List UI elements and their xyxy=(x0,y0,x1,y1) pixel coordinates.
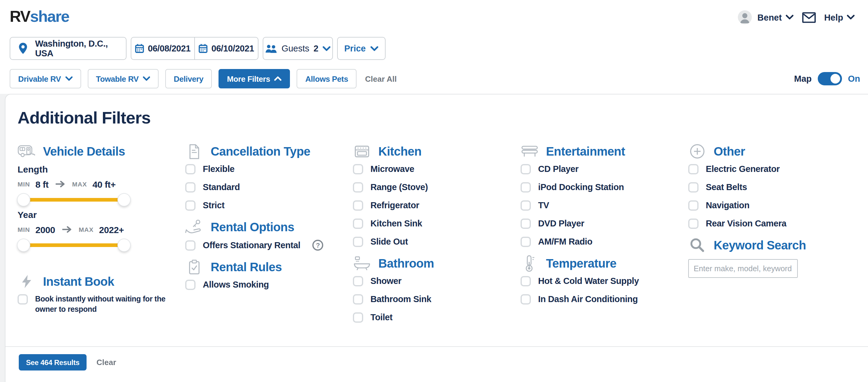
year-label: Year xyxy=(18,210,185,220)
entertainment-ipod-dock-row[interactable]: iPod Docking Station xyxy=(521,182,688,192)
checkbox[interactable] xyxy=(688,182,699,192)
user-menu[interactable]: Benet xyxy=(757,12,782,22)
document-icon xyxy=(185,143,204,160)
bathroom-sink-row[interactable]: Bathroom Sink xyxy=(353,294,521,305)
drivable-rv-label: Drivable RV xyxy=(18,74,61,83)
checkbox[interactable] xyxy=(185,182,195,192)
checkbox[interactable] xyxy=(353,200,363,211)
other-seat-belts-row[interactable]: Seat Belts xyxy=(688,182,856,192)
lightning-bolt-icon xyxy=(18,274,36,289)
checkbox[interactable] xyxy=(521,294,531,305)
checkbox[interactable] xyxy=(521,200,531,211)
cancellation-flexible-row[interactable]: Flexible xyxy=(185,164,353,174)
rental-rules-header: Rental Rules xyxy=(185,258,353,276)
entertainment-tv-row[interactable]: TV xyxy=(521,200,688,211)
location-pin-icon xyxy=(18,42,28,55)
length-range-slider[interactable] xyxy=(18,194,130,206)
towable-rv-label: Towable RV xyxy=(96,74,138,83)
checkbox[interactable] xyxy=(353,312,363,323)
checkbox[interactable] xyxy=(185,240,195,250)
entertainment-cd-player-row[interactable]: CD Player xyxy=(521,164,688,174)
allows-smoking-row[interactable]: Allows Smoking xyxy=(185,280,353,290)
bathroom-toilet-row[interactable]: Toilet xyxy=(353,312,521,323)
toggle-knob xyxy=(831,74,840,84)
cancellation-standard-row[interactable]: Standard xyxy=(185,182,353,192)
kitchen-sink-row[interactable]: Kitchen Sink xyxy=(353,219,521,229)
checkbox[interactable] xyxy=(688,200,699,211)
length-min-handle[interactable] xyxy=(18,194,30,206)
instant-book-checkbox-label: Book instantly without waiting for the o… xyxy=(35,294,185,315)
bathroom-shower-row[interactable]: Shower xyxy=(353,276,521,286)
entertainment-dvd-player-row[interactable]: DVD Player xyxy=(521,219,688,229)
other-electric-generator-row[interactable]: Electric Generator xyxy=(688,164,856,174)
year-min-handle[interactable] xyxy=(18,239,30,251)
entertainment-amfm-radio-row[interactable]: AM/FM Radio xyxy=(521,237,688,247)
more-filters-button[interactable]: More Filters xyxy=(218,69,290,88)
cancellation-type-title: Cancellation Type xyxy=(211,145,310,158)
chevron-down-icon[interactable] xyxy=(785,14,793,20)
rvshare-logo[interactable]: RVshare xyxy=(10,7,69,26)
checkbox-label: Microwave xyxy=(370,164,414,174)
kitchen-range-row[interactable]: Range (Stove) xyxy=(353,182,521,192)
kitchen-slide-out-row[interactable]: Slide Out xyxy=(353,237,521,247)
price-dropdown[interactable]: Price xyxy=(337,37,385,60)
kitchen-refrigerator-row[interactable]: Refrigerator xyxy=(353,200,521,211)
checkbox-label: In Dash Air Conditioning xyxy=(538,294,638,305)
allows-pets-filter-button[interactable]: Allows Pets xyxy=(297,69,357,88)
checkbox[interactable] xyxy=(521,219,531,229)
checkbox[interactable] xyxy=(185,164,195,174)
checkbox[interactable] xyxy=(688,219,699,229)
clear-filters-button[interactable]: Clear xyxy=(97,358,116,367)
other-rear-vision-camera-row[interactable]: Rear Vision Camera xyxy=(688,219,856,229)
drivable-rv-filter-button[interactable]: Drivable RV xyxy=(10,69,81,88)
entertainment-header: Entertainment xyxy=(521,143,688,160)
checkbox-label: Slide Out xyxy=(370,237,408,247)
instant-book-checkbox-row[interactable]: Book instantly without waiting for the o… xyxy=(18,294,185,315)
clear-all-button[interactable]: Clear All xyxy=(365,74,397,83)
help-menu[interactable]: Help xyxy=(824,12,843,22)
cancellation-strict-row[interactable]: Strict xyxy=(185,200,353,211)
see-results-button[interactable]: See 464 Results xyxy=(19,354,87,371)
checkbox[interactable] xyxy=(185,200,195,211)
messages-envelope-icon[interactable] xyxy=(802,12,816,23)
offers-stationary-rental-row[interactable]: Offers Stationary Rental ? xyxy=(185,240,353,251)
towable-rv-filter-button[interactable]: Towable RV xyxy=(88,69,159,88)
year-range-slider[interactable] xyxy=(18,239,130,251)
checkbox[interactable] xyxy=(18,294,28,305)
checkbox-label: Electric Generator xyxy=(706,164,780,174)
checkbox[interactable] xyxy=(353,237,363,247)
guests-dropdown[interactable]: Guests 2 xyxy=(263,37,333,60)
question-circle-icon[interactable]: ? xyxy=(312,240,323,251)
checkbox[interactable] xyxy=(185,280,195,290)
checkout-date-field[interactable]: 06/10/2021 xyxy=(195,37,258,59)
checkin-date-field[interactable]: 06/08/2021 xyxy=(131,37,194,59)
chevron-down-icon[interactable] xyxy=(847,14,855,20)
checkbox[interactable] xyxy=(521,237,531,247)
year-max-handle[interactable] xyxy=(118,239,130,251)
checkbox[interactable] xyxy=(353,219,363,229)
checkbox[interactable] xyxy=(521,164,531,174)
other-navigation-row[interactable]: Navigation xyxy=(688,200,856,211)
chevron-down-icon xyxy=(143,76,150,81)
delivery-filter-button[interactable]: Delivery xyxy=(165,69,212,88)
checkbox[interactable] xyxy=(521,276,531,286)
length-max-handle[interactable] xyxy=(118,194,130,206)
checkbox[interactable] xyxy=(688,164,699,174)
checkbox[interactable] xyxy=(353,276,363,286)
checkbox[interactable] xyxy=(353,294,363,305)
checkbox[interactable] xyxy=(353,182,363,192)
temperature-hot-cold-water-row[interactable]: Hot & Cold Water Supply xyxy=(521,276,688,286)
chevron-down-icon xyxy=(65,76,72,81)
temperature-in-dash-ac-row[interactable]: In Dash Air Conditioning xyxy=(521,294,688,305)
location-input[interactable]: Washington, D.C., USA xyxy=(10,37,126,60)
map-toggle[interactable] xyxy=(818,72,842,85)
calendar-icon xyxy=(198,43,208,53)
keyword-search-input[interactable] xyxy=(688,259,798,278)
kitchen-microwave-row[interactable]: Microwave xyxy=(353,164,521,174)
entertainment-title: Entertainment xyxy=(546,145,625,158)
instant-book-header: Instant Book xyxy=(18,273,185,290)
checkbox[interactable] xyxy=(353,164,363,174)
checkbox[interactable] xyxy=(521,182,531,192)
checkbox-label: Allows Smoking xyxy=(203,280,269,290)
avatar[interactable] xyxy=(738,10,752,24)
